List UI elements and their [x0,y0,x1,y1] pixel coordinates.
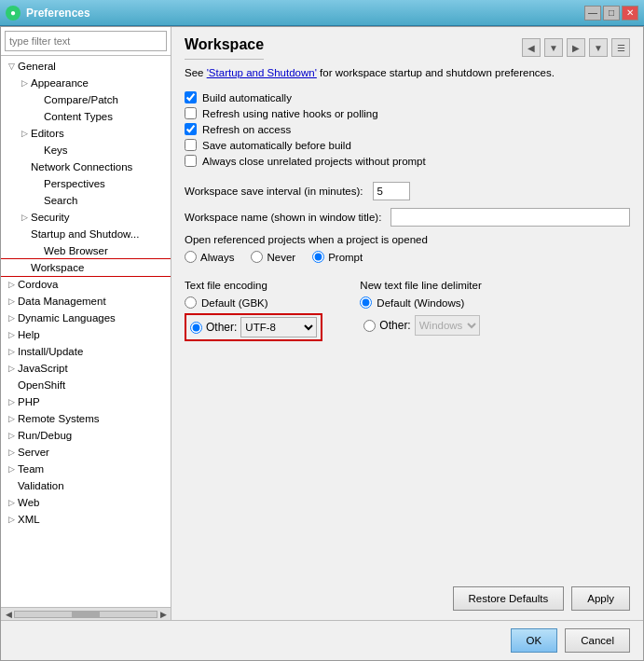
expand-icon-general[interactable]: ▽ [5,60,18,73]
tree-item-network-connections[interactable]: Network Connections [1,158,171,175]
tree-item-php[interactable]: ▷PHP [1,393,171,410]
expand-icon-dynamic-languages[interactable]: ▷ [5,311,18,324]
tree-item-security[interactable]: ▷Security [1,209,171,226]
never-radio[interactable] [251,251,263,263]
checkbox-label-1: Refresh using native hooks or polling [202,108,378,119]
scroll-left-icon[interactable]: ◀ [3,609,14,620]
nav-forward-button[interactable]: ▶ [567,38,585,57]
tree-item-remote-systems[interactable]: ▷Remote Systems [1,410,171,427]
expand-icon-web[interactable]: ▷ [5,496,18,509]
never-label[interactable]: Never [251,251,295,263]
workspace-name-input[interactable] [391,208,630,227]
tree-label-dynamic-languages: Dynamic Languages [18,312,116,324]
tree-item-appearance[interactable]: ▷Appearance [1,75,171,91]
expand-icon-run-debug[interactable]: ▷ [5,429,18,442]
tree-label-php: PHP [18,396,40,407]
tree-item-openshift[interactable]: OpenShift [1,377,171,393]
expand-icon-cordova[interactable]: ▷ [5,278,18,291]
scroll-right-icon[interactable]: ▶ [158,609,169,620]
cancel-button[interactable]: Cancel [565,628,630,653]
encoding-default-radio[interactable] [185,296,197,309]
checkbox-1[interactable] [185,107,197,119]
save-interval-input[interactable] [373,182,410,200]
expand-icon-search [31,194,44,207]
prompt-label[interactable]: Prompt [312,251,363,263]
close-button[interactable]: ✕ [622,6,638,21]
expand-icon-team[interactable]: ▷ [5,462,18,475]
encoding-other-select[interactable]: UTF-8 UTF-16 ISO-8859-1 GBK [240,317,317,337]
always-label[interactable]: Always [185,251,234,263]
nav-dropdown-button[interactable]: ▼ [544,38,563,57]
encoding-other-radio[interactable] [190,322,202,334]
nav-forward-dropdown-button[interactable]: ▼ [589,38,608,57]
delimiter-other-radio[interactable] [363,320,376,332]
startup-shutdown-link[interactable]: 'Startup and Shutdown' [207,67,317,78]
tree-item-cordova[interactable]: ▷Cordova [1,276,171,293]
tree-item-startup-shutdown[interactable]: Startup and Shutdow... [1,226,171,242]
tree-item-team[interactable]: ▷Team [1,461,171,477]
delimiter-default-row: Default (Windows) [360,296,483,309]
delimiter-other-select[interactable]: Windows Unix Mac [415,315,480,336]
minimize-button[interactable]: — [584,6,601,21]
tree-item-server[interactable]: ▷Server [1,444,171,461]
apply-button[interactable]: Apply [571,586,630,611]
scrollbar-thumb[interactable] [72,612,100,617]
checkbox-3[interactable] [185,139,197,151]
tree-item-help[interactable]: ▷Help [1,326,171,343]
tree-item-xml[interactable]: ▷XML [1,511,171,528]
tree-label-network-connections: Network Connections [31,161,132,172]
tree-item-data-management[interactable]: ▷Data Management [1,293,171,310]
tree-label-search: Search [44,195,77,206]
expand-icon-php[interactable]: ▷ [5,395,18,408]
tree-item-web[interactable]: ▷Web [1,494,171,511]
tree-item-perspectives[interactable]: Perspectives [1,175,171,192]
expand-icon-compare-patch [31,93,44,106]
tree-item-run-debug[interactable]: ▷Run/Debug [1,427,171,444]
expand-icon-install-update[interactable]: ▷ [5,345,18,358]
tree-item-editors[interactable]: ▷Editors [1,125,171,142]
expand-icon-help[interactable]: ▷ [5,328,18,341]
tree-label-web: Web [18,497,39,508]
always-radio[interactable] [185,251,197,263]
checkbox-row-4: Always close unrelated projects without … [185,155,630,167]
tree-item-content-types[interactable]: Content Types [1,108,171,125]
tree-item-workspace[interactable]: Workspace [1,259,171,276]
tree-label-help: Help [18,329,40,340]
line-delimiter-col: New text file line delimiter Default (Wi… [360,280,483,341]
nav-back-button[interactable]: ◀ [522,38,541,57]
tree-item-dynamic-languages[interactable]: ▷Dynamic Languages [1,310,171,326]
expand-icon-appearance[interactable]: ▷ [18,76,31,90]
expand-icon-javascript[interactable]: ▷ [5,362,18,375]
restore-defaults-button[interactable]: Restore Defaults [453,586,565,611]
expand-icon-keys [31,144,44,157]
tree-item-validation[interactable]: Validation [1,477,171,494]
nav-menu-button[interactable]: ☰ [611,38,630,57]
prompt-radio[interactable] [312,251,324,263]
checkbox-0[interactable] [185,91,197,103]
tree-item-compare-patch[interactable]: Compare/Patch [1,91,171,108]
ok-button[interactable]: OK [511,628,558,653]
tree-item-web-browser[interactable]: Web Browser [1,242,171,259]
checkbox-label-4: Always close unrelated projects without … [202,156,426,167]
delimiter-default-radio[interactable] [360,296,372,309]
expand-icon-editors[interactable]: ▷ [18,127,31,140]
tree-item-search[interactable]: Search [1,192,171,209]
checkbox-2[interactable] [185,123,197,135]
tree-item-keys[interactable]: Keys [1,142,171,158]
maximize-button[interactable]: □ [603,6,620,21]
open-referenced-section: Open referenced projects when a project … [185,234,630,269]
expand-icon-server[interactable]: ▷ [5,446,18,459]
expand-icon-remote-systems[interactable]: ▷ [5,412,18,425]
filter-input[interactable] [5,31,167,51]
scrollbar-track[interactable] [14,611,158,618]
expand-icon-xml[interactable]: ▷ [5,513,18,526]
tree-item-install-update[interactable]: ▷Install/Update [1,343,171,360]
workspace-name-label: Workspace name (shown in window title): [185,212,381,223]
expand-icon-security[interactable]: ▷ [18,211,31,224]
tree-scrollbar[interactable]: ◀ ▶ [1,607,171,620]
expand-icon-data-management[interactable]: ▷ [5,295,18,308]
checkbox-4[interactable] [185,155,197,167]
delimiter-other-row: Other: Windows Unix Mac [360,313,483,337]
tree-item-javascript[interactable]: ▷JavaScript [1,360,171,377]
tree-item-general[interactable]: ▽General [1,58,171,75]
